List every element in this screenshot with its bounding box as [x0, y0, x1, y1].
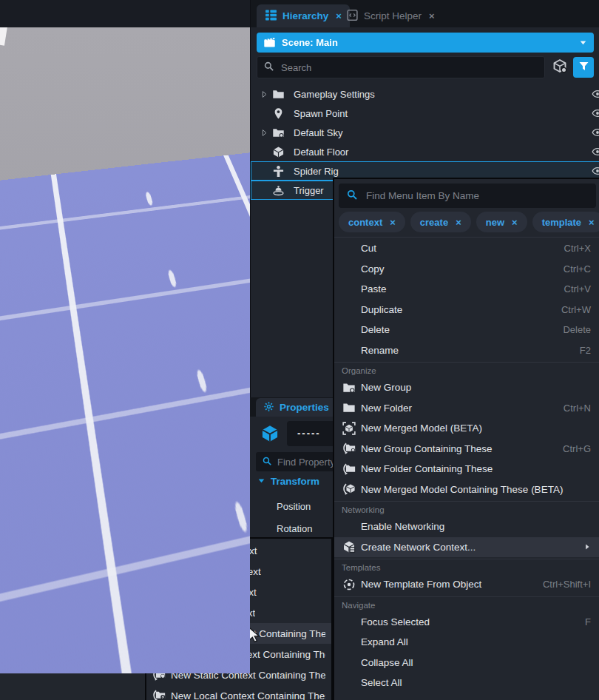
- filter-chip-context[interactable]: context ×: [339, 212, 405, 232]
- person-icon: [272, 165, 285, 178]
- filter-chip-create[interactable]: create ×: [410, 212, 471, 232]
- menu-section-networking: Networking: [334, 501, 599, 516]
- chip-close-icon[interactable]: ×: [589, 217, 595, 228]
- visibility-toggle[interactable]: [592, 107, 599, 121]
- submenu-item-new-static-context[interactable]: New Static Context: [146, 582, 331, 602]
- menu-item-expand-all[interactable]: Expand All: [334, 632, 599, 653]
- menu-item-create-network-context[interactable]: Create Network Context...: [334, 537, 599, 558]
- menu-item-new-group-containing-these[interactable]: New Group Containing These Ctrl+G: [334, 439, 599, 460]
- tab-hierarchy[interactable]: Hierarchy ×: [257, 4, 350, 27]
- menu-item-label: Expand All: [361, 636, 591, 647]
- submenu-item-new-client-context-containing-these[interactable]: New Client Context Containing These: [146, 623, 331, 644]
- visibility-toggle[interactable]: [592, 146, 599, 160]
- menu-item-focus-selected[interactable]: Focus Selected F: [334, 612, 599, 633]
- cube-net-icon: [342, 540, 356, 553]
- folder-server-wrap-icon: [152, 647, 166, 661]
- folder-client-icon: [153, 544, 166, 557]
- search-icon: [262, 456, 272, 466]
- submenu-item-new-local-context-containing-these[interactable]: New Local Context Containing These: [146, 685, 331, 700]
- menu-search[interactable]: [339, 184, 596, 208]
- tree-item-gameplay-settings[interactable]: Gameplay Settings: [251, 84, 599, 104]
- menu-section-templates: Templates: [334, 559, 599, 574]
- submenu-item-new-server-context-containing-these[interactable]: New Server Context Containing These: [146, 644, 331, 664]
- menu-item-label: Cut: [361, 243, 555, 254]
- menu-item-select-all[interactable]: Select All: [334, 673, 599, 693]
- tab-script-helper-label: Script Helper: [364, 10, 422, 21]
- tree-item-spawn-point[interactable]: Spawn Point: [251, 104, 599, 123]
- menu-item-copy[interactable]: Copy Ctrl+C: [334, 259, 599, 280]
- menu-item-new-merged-model-containing-these-beta[interactable]: New Merged Model Containing These (BETA): [334, 479, 599, 500]
- menu-item-collapse-all[interactable]: Collapse All: [334, 653, 599, 673]
- filter-chips: context × create × new × template ×: [339, 212, 596, 232]
- tree-item-default-floor[interactable]: Default Floor: [251, 142, 599, 161]
- menu-item-shortcut: Delete: [563, 324, 591, 335]
- tree-item-default-sky[interactable]: Default Sky: [251, 123, 599, 142]
- tab-script-helper-close-icon[interactable]: ×: [429, 10, 435, 21]
- menu-item-label: New Template From Object: [361, 579, 534, 590]
- menu-item-shortcut: Ctrl+C: [564, 263, 591, 275]
- menu-section-organize: Organize: [334, 362, 599, 377]
- folder-icon: [272, 88, 285, 101]
- submenu-item-new-server-context[interactable]: New Server Context: [146, 561, 331, 582]
- submenu-item-new-client-context[interactable]: New Client Context: [146, 540, 331, 561]
- viewport-bright-object: [0, 27, 7, 46]
- field-label-position: Position: [277, 501, 311, 512]
- transform-section-label: Transform: [271, 476, 319, 487]
- menu-item-label: Collapse All: [361, 657, 591, 668]
- menu-item-label: Create Network Context...: [361, 542, 576, 553]
- menu-search-input[interactable]: [365, 189, 589, 202]
- folder-local-wrap-icon: [152, 689, 166, 700]
- folder-gear-wrap-icon: [342, 442, 356, 455]
- asset-package-button[interactable]: [549, 57, 570, 78]
- gear-icon: [263, 401, 274, 414]
- caret-down-icon: [579, 38, 587, 47]
- submenu-item-label: New Server Context Containing These: [171, 649, 325, 660]
- eye-icon: [592, 127, 599, 138]
- menu-item-new-folder-containing-these[interactable]: New Folder Containing These: [334, 459, 599, 479]
- submenu-item-new-static-context-containing-these[interactable]: New Static Context Containing These: [146, 664, 331, 685]
- field-label-rotation: Rotation: [277, 523, 312, 534]
- hierarchy-search[interactable]: [257, 56, 545, 78]
- folder-static-icon: [153, 585, 166, 599]
- submenu-item-new-local-context[interactable]: New Local Context: [146, 602, 331, 623]
- scene-selector[interactable]: Scene: Main: [257, 33, 594, 53]
- menu-item-rename[interactable]: Rename F2: [334, 340, 599, 361]
- transform-section-header[interactable]: Transform: [257, 476, 319, 487]
- expander-icon: [260, 90, 269, 99]
- menu-item-new-folder[interactable]: New Folder Ctrl+N: [334, 398, 599, 419]
- filter-chip-new[interactable]: new ×: [476, 212, 527, 232]
- menu-item-shortcut: Ctrl+N: [564, 403, 591, 414]
- menu-item-duplicate[interactable]: Duplicate Ctrl+W: [334, 300, 599, 320]
- object-cube-icon: [260, 424, 280, 446]
- visibility-toggle[interactable]: [592, 88, 599, 102]
- menu-item-new-merged-model-beta[interactable]: New Merged Model (BETA): [334, 418, 599, 439]
- eye-icon: [592, 146, 599, 158]
- package-cube-icon: [552, 58, 567, 76]
- pin-icon: [272, 107, 285, 120]
- menu-item-shortcut: F: [585, 616, 591, 627]
- script-icon: [346, 9, 359, 21]
- menu-item-new-template-from-object[interactable]: New Template From Object Ctrl+Shift+I: [334, 574, 599, 595]
- eye-icon: [592, 165, 599, 177]
- tree-item-label: Trigger: [294, 185, 324, 196]
- folder-client-wrap-icon: [152, 627, 166, 640]
- hierarchy-search-input[interactable]: [280, 61, 538, 74]
- chevron-down-icon: [579, 38, 587, 47]
- menu-item-paste[interactable]: Paste Ctrl+V: [334, 279, 599, 300]
- chip-close-icon[interactable]: ×: [390, 217, 396, 228]
- menu-item-label: Enable Networking: [361, 521, 591, 532]
- menu-item-label: New Folder Containing These: [361, 463, 591, 474]
- menu-item-new-group[interactable]: New Group: [334, 377, 599, 398]
- pkg-icon: [552, 58, 567, 73]
- filter-chip-template[interactable]: template ×: [532, 212, 599, 232]
- menu-item-label: New Merged Model (BETA): [361, 423, 591, 434]
- chevron-down-icon: [257, 476, 265, 487]
- menu-item-delete[interactable]: Delete Delete: [334, 320, 599, 340]
- filter-button[interactable]: [573, 57, 594, 78]
- chip-close-icon[interactable]: ×: [512, 217, 518, 228]
- chip-close-icon[interactable]: ×: [456, 217, 461, 228]
- tab-script-helper[interactable]: Script Helper ×: [338, 4, 443, 27]
- menu-item-cut[interactable]: Cut Ctrl+X: [334, 238, 599, 259]
- menu-item-enable-networking[interactable]: Enable Networking: [334, 516, 599, 537]
- visibility-toggle[interactable]: [592, 127, 599, 141]
